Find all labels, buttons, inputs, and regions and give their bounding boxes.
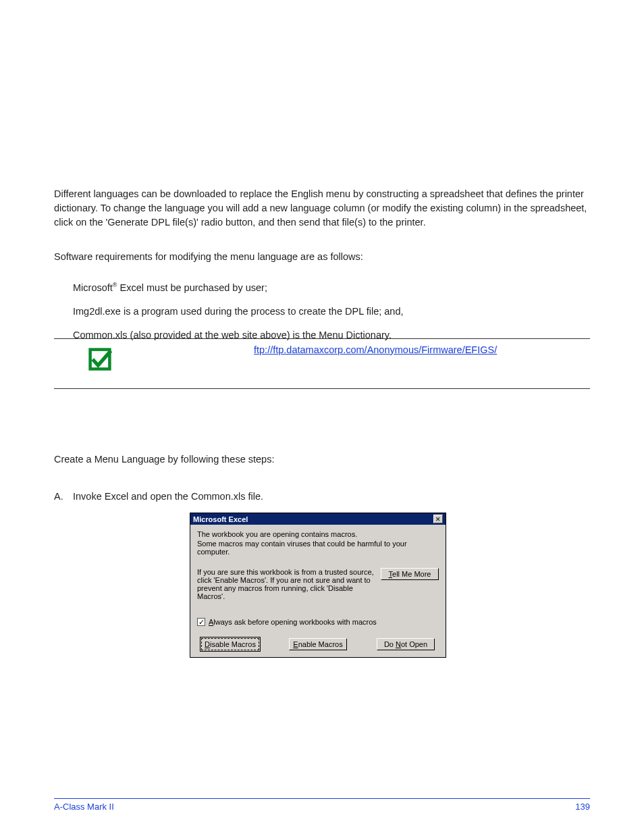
close-icon[interactable]: ✕ — [433, 515, 443, 523]
step-letter: A. — [54, 490, 73, 504]
req-excel-pre: Microsoft — [73, 282, 113, 293]
ftp-link[interactable]: ftp://ftp.datamaxcorp.com/Anonymous/Firm… — [254, 344, 497, 355]
dialog-titlebar: Microsoft Excel ✕ — [190, 513, 446, 525]
enable-macros-button[interactable]: Enable Macros — [289, 638, 347, 650]
checkmark-icon — [88, 347, 112, 371]
requirements-intro: Software requirements for modifying the … — [54, 250, 590, 264]
always-ask-label: Always ask before opening workbooks with… — [209, 618, 377, 626]
callout-box: ftp://ftp.datamaxcorp.com/Anonymous/Firm… — [54, 338, 590, 389]
macro-warning-dialog: Microsoft Excel ✕ The workbook you are o… — [190, 513, 446, 658]
tell-me-more-button[interactable]: TTell Me More — [381, 568, 439, 580]
disable-macros-button[interactable]: Disable Macros — [201, 638, 259, 650]
dialog-title-text: Microsoft Excel — [193, 515, 248, 523]
checkbox-icon[interactable]: ✓ — [197, 618, 205, 626]
page-footer: A-Class Mark II 139 — [54, 798, 590, 812]
step-a: A.Invoke Excel and open the Common.xls f… — [54, 490, 590, 504]
req-excel-post: Excel must be purchased by user; — [117, 282, 267, 293]
dialog-msg1: The workbook you are opening contains ma… — [197, 530, 439, 538]
footer-left: A-Class Mark II — [54, 802, 114, 812]
requirements-list: Microsoft® Excel must be purchased by us… — [73, 271, 590, 342]
dialog-msg2: Some macros may contain viruses that cou… — [197, 540, 439, 556]
req-excel: Microsoft® Excel must be purchased by us… — [73, 281, 590, 295]
do-not-open-button[interactable]: Do Not Open — [377, 638, 435, 650]
step-text: Invoke Excel and open the Common.xls fil… — [73, 491, 263, 502]
tell-me-more-label: Tell Me More — [389, 570, 431, 578]
create-intro: Create a Menu Language by following thes… — [54, 452, 590, 467]
dialog-trusted-text: If you are sure this workbook is from a … — [197, 568, 374, 600]
intro-paragraph: Different languages can be downloaded to… — [54, 187, 590, 230]
req-img2dl: Img2dl.exe is a program used during the … — [73, 305, 590, 319]
always-ask-row[interactable]: ✓ Always ask before opening workbooks wi… — [197, 618, 439, 626]
footer-page-number: 139 — [575, 802, 590, 812]
